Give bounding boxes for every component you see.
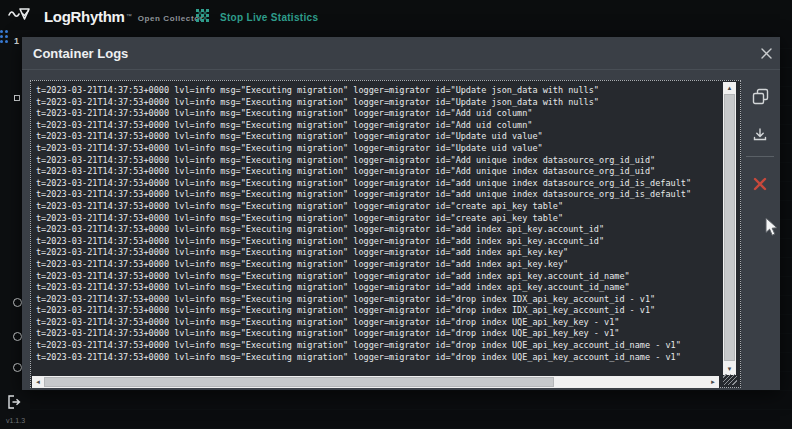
log-line: t=2023-03-21T14:37:53+0000 lvl=info msg=…: [36, 317, 718, 329]
log-line: t=2023-03-21T14:37:53+0000 lvl=info msg=…: [36, 120, 718, 132]
log-line: t=2023-03-21T14:37:53+0000 lvl=info msg=…: [36, 108, 718, 120]
vertical-scroll-thumb[interactable]: [724, 94, 735, 361]
log-line: t=2023-03-21T14:37:53+0000 lvl=info msg=…: [36, 294, 718, 306]
scroll-left-arrow-icon[interactable]: ◄: [32, 376, 44, 388]
log-line: t=2023-03-21T14:37:53+0000 lvl=info msg=…: [36, 328, 718, 340]
brand-name: LogRhythm: [44, 8, 125, 25]
logo: LogRhythm ™ Open Collector: [8, 5, 203, 27]
app-header: LogRhythm ™ Open Collector Stop Live Sta…: [0, 0, 792, 30]
copy-icon[interactable]: [750, 86, 770, 106]
log-lines: t=2023-03-21T14:37:53+0000 lvl=info msg=…: [31, 81, 718, 373]
mouse-cursor: [765, 217, 779, 241]
log-line: t=2023-03-21T14:37:53+0000 lvl=info msg=…: [36, 305, 718, 317]
sidebar-lower-icon-3[interactable]: [13, 363, 22, 372]
log-line: t=2023-03-21T14:37:53+0000 lvl=info msg=…: [36, 224, 718, 236]
sidebar-lower-icon-2[interactable]: [13, 332, 22, 341]
dialog-header: Container Logs: [22, 37, 780, 70]
log-line: t=2023-03-21T14:37:53+0000 lvl=info msg=…: [36, 155, 718, 167]
log-line: t=2023-03-21T14:37:53+0000 lvl=info msg=…: [36, 259, 718, 271]
log-line: t=2023-03-21T14:37:53+0000 lvl=info msg=…: [36, 271, 718, 283]
log-line: t=2023-03-21T14:37:53+0000 lvl=info msg=…: [36, 97, 718, 109]
log-line: t=2023-03-21T14:37:53+0000 lvl=info msg=…: [36, 340, 718, 352]
log-viewer: t=2023-03-21T14:37:53+0000 lvl=info msg=…: [30, 80, 741, 388]
close-icon[interactable]: [756, 43, 776, 63]
sidebar-lower-icon-1[interactable]: [13, 298, 22, 307]
sidebar-item-top-icon[interactable]: 1: [14, 36, 19, 46]
log-line: t=2023-03-21T14:37:53+0000 lvl=info msg=…: [36, 201, 718, 213]
log-line: t=2023-03-21T14:37:53+0000 lvl=info msg=…: [36, 352, 718, 364]
logrhythm-logo-icon: [8, 5, 38, 27]
remove-container-icon[interactable]: [750, 174, 770, 194]
horizontal-scrollbar[interactable]: ◄ ►: [32, 376, 719, 388]
grid-dots-icon: [196, 8, 209, 26]
sidebar-square-icon[interactable]: [14, 95, 20, 101]
log-line: t=2023-03-21T14:37:53+0000 lvl=info msg=…: [36, 85, 718, 97]
resize-grip[interactable]: [723, 374, 737, 385]
vertical-scrollbar[interactable]: ▲ ▼: [723, 82, 736, 375]
log-line: t=2023-03-21T14:37:53+0000 lvl=info msg=…: [36, 236, 718, 248]
log-line: t=2023-03-21T14:37:53+0000 lvl=info msg=…: [36, 143, 718, 155]
log-line: t=2023-03-21T14:37:53+0000 lvl=info msg=…: [36, 189, 718, 201]
log-line: t=2023-03-21T14:37:53+0000 lvl=info msg=…: [36, 247, 718, 259]
logout-icon[interactable]: [6, 394, 22, 414]
app-version: v1.1.3: [6, 417, 25, 424]
horizontal-scroll-thumb[interactable]: [44, 377, 554, 387]
apps-dots-icon[interactable]: [0, 30, 9, 46]
scroll-up-arrow-icon[interactable]: ▲: [723, 82, 736, 94]
scroll-right-arrow-icon[interactable]: ►: [707, 376, 719, 388]
rail-divider: [746, 156, 774, 157]
product-name: Open Collector: [138, 14, 204, 23]
stop-live-statistics-label: Stop Live Statistics: [220, 12, 318, 23]
dialog-title: Container Logs: [33, 46, 128, 61]
stop-live-statistics-button[interactable]: Stop Live Statistics: [196, 8, 318, 26]
trademark: ™: [126, 13, 132, 19]
download-icon[interactable]: [750, 125, 770, 145]
log-line: t=2023-03-21T14:37:53+0000 lvl=info msg=…: [36, 178, 718, 190]
log-line: t=2023-03-21T14:37:53+0000 lvl=info msg=…: [36, 282, 718, 294]
log-line: t=2023-03-21T14:37:53+0000 lvl=info msg=…: [36, 213, 718, 225]
log-line: t=2023-03-21T14:37:53+0000 lvl=info msg=…: [36, 131, 718, 143]
container-logs-dialog: Container Logs t=2023-03-21T14:37:53+000…: [22, 37, 780, 390]
log-line: t=2023-03-21T14:37:53+0000 lvl=info msg=…: [36, 166, 718, 178]
